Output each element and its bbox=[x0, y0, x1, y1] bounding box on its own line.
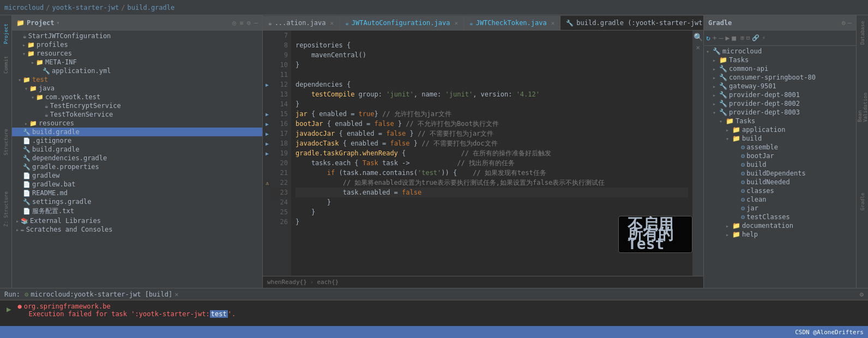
gutter-item bbox=[263, 197, 272, 207]
gradle-item[interactable]: ▸ ⚙ classes bbox=[704, 186, 856, 195]
gutter-run-icon[interactable]: ▶ bbox=[263, 80, 272, 89]
tab-jwt-check[interactable]: ☕ JWTCheckToken.java ✕ bbox=[464, 16, 560, 30]
list-item[interactable]: 🔧 gradle.properties bbox=[12, 162, 262, 171]
list-item[interactable]: 🔧 application.yml bbox=[12, 67, 262, 75]
tab-jwt-auto[interactable]: ☕ JWTAutoConfiguration.java ✕ bbox=[340, 16, 464, 30]
gutter-run-icon[interactable]: ▶ bbox=[263, 138, 272, 148]
project-icon[interactable]: Project bbox=[2, 17, 10, 50]
list-item[interactable]: 📁 profiles bbox=[12, 40, 262, 49]
gradle-add-icon[interactable]: + bbox=[713, 34, 717, 42]
close-search-icon[interactable]: ✕ bbox=[696, 44, 700, 51]
run-play-icon[interactable]: ▶ bbox=[7, 305, 11, 313]
code-line: javadocJar { enabled = false } // 不需要打包为… bbox=[296, 129, 688, 138]
gradle-action-gear[interactable]: ⚙ bbox=[842, 19, 846, 27]
gradle-run-icon[interactable]: ▶ bbox=[725, 34, 730, 42]
gutter-run-icon[interactable]: ▶ bbox=[263, 129, 272, 138]
gradle-action-minus[interactable]: — bbox=[848, 19, 852, 27]
gradle-item[interactable]: ▸ 🔧 provider-dept-8002 bbox=[704, 99, 856, 108]
gradle-item[interactable]: ▸ 🔧 gateway-9501 bbox=[704, 82, 856, 90]
gradle-item[interactable]: ▸ ⚙ bootJar bbox=[704, 152, 856, 160]
bean-validation-icon[interactable]: Bean Validation bbox=[857, 79, 868, 122]
breadcrumb-part1: microcloud bbox=[4, 4, 44, 11]
gradle-item[interactable]: ▸ ⚙ testClasses bbox=[704, 213, 856, 221]
gradle-expand-icon[interactable]: ⊞ bbox=[740, 34, 744, 41]
gradle-item[interactable]: ▾ 🔧 provider-dept-8003 bbox=[704, 108, 856, 117]
list-item[interactable]: 📁 java bbox=[12, 84, 262, 93]
list-item[interactable]: 📄 gradlew.bat bbox=[12, 180, 262, 189]
zstructure-icon[interactable]: Z: Structure bbox=[2, 190, 10, 228]
gradle-item[interactable]: ▸ ⚙ clean bbox=[704, 195, 856, 204]
list-item[interactable]: 📄 README.md bbox=[12, 189, 262, 197]
editor-right-actions: 🔍 ✕ bbox=[692, 31, 703, 276]
gradle-item[interactable]: ▾ 📁 Tasks bbox=[704, 117, 856, 125]
gradle-item[interactable]: ▸ ⚙ buildDependents bbox=[704, 169, 856, 178]
gradle-item-label: provider-dept-8001 bbox=[729, 91, 800, 99]
gradle-item[interactable]: ▸ 📁 application bbox=[704, 125, 856, 134]
tab-close-icon[interactable]: ✕ bbox=[551, 20, 555, 27]
list-item[interactable]: 📁 META-INF bbox=[12, 58, 262, 67]
code-line: } bbox=[296, 217, 688, 227]
gradle-filter-icon[interactable]: ⚡ bbox=[762, 34, 765, 41]
list-item[interactable]: ✏️ Scratches and Consoles bbox=[12, 225, 262, 234]
list-item[interactable]: 📄 gradlew bbox=[12, 171, 262, 180]
gradle-item[interactable]: ▸ 🔧 provider-dept-8001 bbox=[704, 90, 856, 99]
gutter-warning-icon[interactable]: ⚠ bbox=[263, 178, 272, 188]
gradle-item[interactable]: ▸ 📁 documentation bbox=[704, 221, 856, 230]
tab-build-gradle[interactable]: 🔧 build.gradle (:yootk-starter-jwt) ✓ ✕ bbox=[560, 16, 703, 30]
gutter-run-icon[interactable]: ▶ bbox=[263, 148, 272, 158]
magnify-icon[interactable]: 🔍 bbox=[694, 33, 703, 41]
code-content[interactable]: repositories { mavenCentral() } dependen… bbox=[291, 31, 692, 276]
chevron-icon bbox=[29, 94, 36, 100]
gradle-item[interactable]: ▸ 🔧 common-api bbox=[704, 64, 856, 73]
structure-icon[interactable]: Structure bbox=[2, 123, 10, 161]
list-item[interactable]: 🔧 build.gradle bbox=[12, 145, 262, 154]
gradle-side-icon[interactable]: Gradle bbox=[860, 189, 865, 210]
gradle-item[interactable]: ▸ 📁 Tasks bbox=[704, 56, 856, 64]
gutter-item bbox=[263, 31, 272, 40]
database-icon[interactable]: Database bbox=[860, 17, 865, 45]
gradle-item[interactable]: ▾ 🔧 microcloud bbox=[704, 47, 856, 56]
project-dropdown-icon[interactable]: ▾ bbox=[57, 20, 60, 26]
list-item[interactable]: 📄 .gitignore bbox=[12, 136, 262, 145]
panel-action-gear[interactable]: ⚙ bbox=[247, 19, 251, 27]
gradle-task-icon: ⚙ bbox=[741, 204, 745, 212]
gradle-stop-icon[interactable]: ■ bbox=[732, 34, 736, 42]
gradle-item[interactable]: ▾ 📁 build bbox=[704, 134, 856, 143]
run-actions: ▶ bbox=[4, 303, 13, 316]
panel-action-collapse[interactable]: ≡ bbox=[239, 19, 243, 27]
list-item[interactable]: 📁 resources bbox=[12, 49, 262, 58]
list-item[interactable]: 🔧 build.gradle bbox=[12, 128, 262, 136]
list-item[interactable]: 📚 External Libraries bbox=[12, 216, 262, 225]
gutter-run-icon[interactable]: ▶ bbox=[263, 109, 272, 119]
gradle-item[interactable]: ▸ ⚙ buildNeeded bbox=[704, 178, 856, 186]
commit-icon[interactable]: Commit bbox=[2, 51, 10, 79]
gradle-link-icon[interactable]: 🔗 bbox=[752, 34, 760, 41]
run-settings-icon[interactable]: ⚙ bbox=[860, 291, 864, 298]
run-tab[interactable]: ⚙ microcloud:yootk-starter-jwt [build] ✕ bbox=[25, 291, 179, 298]
list-item[interactable]: ☕ TestTokenService bbox=[12, 110, 262, 119]
list-item[interactable]: 📄 服务配置.txt bbox=[12, 206, 262, 216]
tree-item-label: resources bbox=[37, 50, 72, 57]
panel-action-locate[interactable]: ◎ bbox=[232, 19, 236, 27]
list-item[interactable]: ☕ StartJWTConfiguration bbox=[12, 32, 262, 40]
list-item[interactable]: 🔧 settings.gradle bbox=[12, 197, 262, 206]
gradle-item[interactable]: ▸ 🔧 consumer-springboot-80 bbox=[704, 73, 856, 82]
tab-close-icon[interactable]: ✕ bbox=[454, 20, 458, 27]
gradle-item[interactable]: ▸ ⚙ assemble bbox=[704, 143, 856, 152]
run-tab-close-icon[interactable]: ✕ bbox=[174, 291, 178, 298]
tab-close-icon[interactable]: ✕ bbox=[330, 20, 334, 27]
gradle-remove-icon[interactable]: — bbox=[719, 34, 724, 42]
tab-ation-java[interactable]: ☕ ...ation.java ✕ bbox=[263, 16, 340, 30]
gutter-run-icon[interactable]: ▶ bbox=[263, 119, 272, 129]
gradle-item[interactable]: ▸ ⚙ jar bbox=[704, 204, 856, 213]
list-item[interactable]: 📁 resources bbox=[12, 119, 262, 128]
gradle-collapse-icon[interactable]: ⊟ bbox=[746, 34, 750, 41]
gradle-item[interactable]: ▸ ⚙ build bbox=[704, 160, 856, 169]
panel-action-minus[interactable]: — bbox=[254, 19, 258, 27]
list-item[interactable]: ☕ TestEncryptService bbox=[12, 101, 262, 110]
list-item[interactable]: 📁 test bbox=[12, 75, 262, 84]
list-item[interactable]: 🔧 dependencies.gradle bbox=[12, 154, 262, 162]
gradle-refresh-icon[interactable]: ↻ bbox=[706, 34, 710, 42]
gradle-item[interactable]: ▸ 📁 help bbox=[704, 230, 856, 239]
list-item[interactable]: 📁 com.yootk.test bbox=[12, 93, 262, 101]
